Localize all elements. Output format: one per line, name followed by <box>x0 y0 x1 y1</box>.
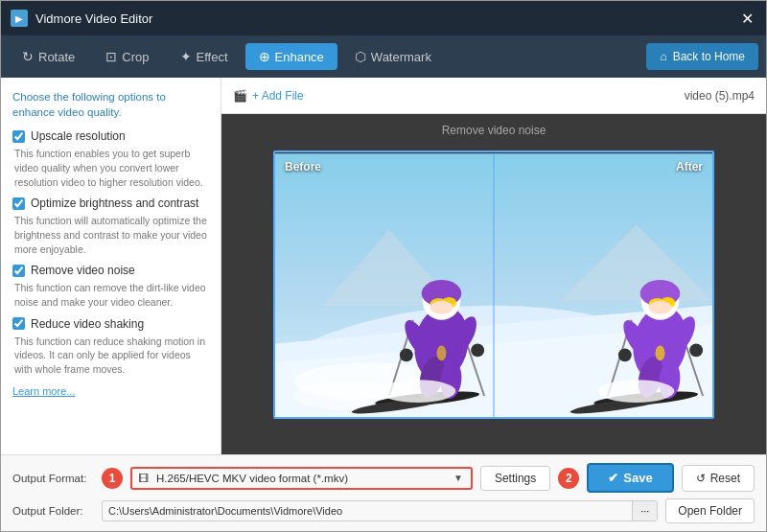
option-brightness: Optimize brightness and contrast This fu… <box>12 197 209 256</box>
svg-point-23 <box>430 300 453 313</box>
main-window: ▶ Vidmore Video Editor ✕ ↻ Rotate ⊡ Crop… <box>0 0 767 532</box>
folder-input[interactable] <box>103 501 632 520</box>
add-file-button[interactable]: 🎬 + Add File <box>233 89 304 103</box>
badge-1: 1 <box>102 468 123 489</box>
folder-label: Output Folder: <box>12 505 94 517</box>
brightness-desc: This function will automatically optimiz… <box>12 214 209 256</box>
watermark-button[interactable]: ⬡ Watermark <box>341 43 445 70</box>
reset-button[interactable]: ↺ Reset <box>682 465 755 492</box>
bottom-bar: Output Format: 1 🎞 H.265/HEVC MKV video … <box>1 454 766 531</box>
brightness-label: Optimize brightness and contrast <box>31 197 198 210</box>
option-noise: Remove video noise This function can rem… <box>12 264 209 309</box>
checkbox-row-brightness: Optimize brightness and contrast <box>12 197 209 210</box>
save-button[interactable]: ✔ Save <box>587 463 673 493</box>
format-icon: 🎞 <box>132 469 154 488</box>
svg-point-45 <box>656 345 665 360</box>
svg-point-44 <box>598 380 674 403</box>
rotate-button[interactable]: ↻ Rotate <box>9 43 88 70</box>
checkbox-noise[interactable] <box>12 265 25 277</box>
checkbox-row-noise: Remove video noise <box>12 264 209 277</box>
checkbox-shaking[interactable] <box>12 317 25 330</box>
before-label: Before <box>285 160 321 173</box>
crop-icon: ⊡ <box>105 49 117 64</box>
app-title: Vidmore Video Editor <box>35 12 152 26</box>
watermark-icon: ⬡ <box>355 49 366 64</box>
folder-row: Output Folder: ··· Open Folder <box>12 498 755 523</box>
panel-title: Choose the following options to enhance … <box>12 89 209 120</box>
format-select-wrap: 🎞 H.265/HEVC MKV video format (*.mkv) H.… <box>130 467 473 490</box>
svg-point-26 <box>380 380 455 403</box>
enhance-icon: ⊕ <box>259 49 270 64</box>
format-label: Output Format: <box>12 473 94 484</box>
title-bar: ▶ Vidmore Video Editor ✕ <box>1 1 766 35</box>
effect-button[interactable]: ✦ Effect <box>167 43 242 70</box>
right-panel: 🎬 + Add File video (5).mp4 Remove video … <box>221 78 766 454</box>
noise-label: Remove video noise <box>31 264 135 277</box>
back-home-button[interactable]: ⌂ Back to Home <box>646 43 758 70</box>
settings-button[interactable]: Settings <box>480 466 550 491</box>
crop-button[interactable]: ⊡ Crop <box>92 43 162 70</box>
rotate-icon: ↻ <box>22 49 34 64</box>
save-check-icon: ✔ <box>608 471 618 485</box>
option-upscale: Upscale resolution This function enables… <box>12 129 209 189</box>
format-select[interactable]: H.265/HEVC MKV video format (*.mkv) H.26… <box>154 469 446 488</box>
skier-image <box>275 152 712 419</box>
svg-point-41 <box>649 300 672 313</box>
app-icon: ▶ <box>11 10 28 27</box>
close-button[interactable]: ✕ <box>737 9 756 28</box>
enhance-button[interactable]: ⊕ Enhance <box>245 43 337 70</box>
svg-point-42 <box>618 348 632 361</box>
right-header: 🎬 + Add File video (5).mp4 <box>221 78 766 114</box>
upscale-desc: This function enables you to get superb … <box>12 147 209 189</box>
badge-2: 2 <box>558 468 579 489</box>
title-bar-left: ▶ Vidmore Video Editor <box>11 10 152 27</box>
shaking-label: Reduce video shaking <box>31 317 144 331</box>
folder-browse-button[interactable]: ··· <box>632 501 657 520</box>
after-label: After <box>676 160 703 173</box>
format-dropdown-icon: ▼ <box>446 469 471 487</box>
toolbar: ↻ Rotate ⊡ Crop ✦ Effect ⊕ Enhance ⬡ Wat… <box>1 35 766 78</box>
svg-point-24 <box>400 348 413 361</box>
open-folder-button[interactable]: Open Folder <box>665 498 755 523</box>
noise-desc: This function can remove the dirt-like v… <box>12 281 209 309</box>
svg-point-25 <box>471 343 484 357</box>
preview-noise-label: Remove video noise <box>442 124 546 137</box>
format-row: Output Format: 1 🎞 H.265/HEVC MKV video … <box>12 463 755 493</box>
shaking-desc: This function can reduce shaking motion … <box>12 335 209 377</box>
checkbox-row-upscale: Upscale resolution <box>12 129 209 143</box>
svg-point-43 <box>689 343 703 357</box>
option-shaking: Reduce video shaking This function can r… <box>12 317 209 377</box>
reset-icon: ↺ <box>696 472 706 485</box>
checkbox-brightness[interactable] <box>12 197 25 210</box>
file-name-label: video (5).mp4 <box>685 89 755 103</box>
before-after-container: Before After <box>273 150 714 419</box>
home-icon: ⌂ <box>660 50 666 63</box>
upscale-label: Upscale resolution <box>31 129 126 143</box>
add-file-icon: 🎬 <box>233 89 247 103</box>
left-panel: Choose the following options to enhance … <box>1 78 221 454</box>
video-preview: Remove video noise Before After <box>221 114 766 454</box>
checkbox-upscale[interactable] <box>12 130 25 143</box>
learn-more-link[interactable]: Learn more... <box>12 385 75 397</box>
checkbox-row-shaking: Reduce video shaking <box>12 317 209 331</box>
folder-input-wrap: ··· <box>102 500 658 521</box>
effect-icon: ✦ <box>180 49 192 64</box>
content-area: Choose the following options to enhance … <box>1 78 766 454</box>
svg-point-27 <box>437 345 447 360</box>
